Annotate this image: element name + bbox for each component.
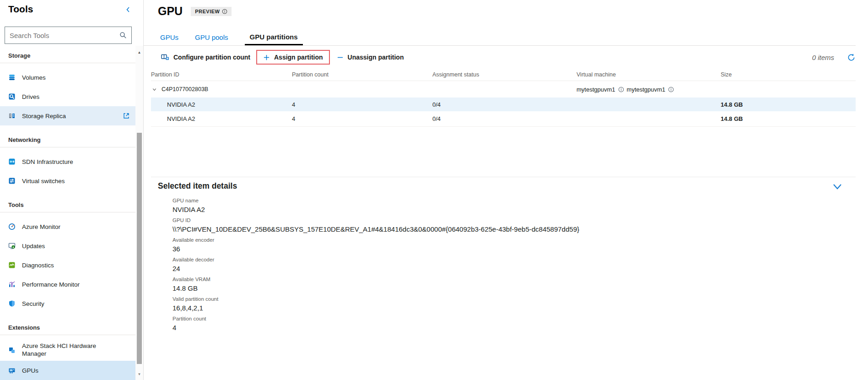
cell-partition-id: NVIDIA A2 (151, 101, 292, 108)
detail-field-available-decoder: Available decoder 24 (173, 257, 856, 272)
sidebar-title: Tools (8, 4, 33, 15)
info-icon[interactable] (618, 87, 624, 92)
sidebar-item-label: GPUs (22, 367, 38, 374)
sidebar-item-storage-replica[interactable]: Storage Replica (0, 106, 135, 125)
sidebar-scrollbar[interactable]: ▲ ▼ (135, 46, 143, 380)
vm-link[interactable]: mytestgpuvm1 (627, 86, 666, 93)
section-divider (0, 63, 135, 63)
detail-field-partition-count: Partition count 4 (173, 316, 856, 331)
detail-field-available-vram: Available VRAM 14.8 GB (173, 277, 856, 292)
detail-field-available-encoder: Available encoder 36 (173, 237, 856, 253)
sidebar-item-label: Virtual switches (22, 178, 65, 185)
scroll-up-arrow-icon[interactable]: ▲ (135, 50, 143, 54)
updates-icon (8, 242, 16, 250)
search-tools-box[interactable] (5, 27, 132, 44)
configure-partition-count-label: Configure partition count (173, 54, 250, 61)
field-label: Available encoder (173, 237, 856, 243)
preview-badge: PREVIEW (191, 7, 232, 16)
cell-size: 14.8 GB (721, 101, 856, 108)
preview-badge-label: PREVIEW (195, 9, 220, 14)
volumes-icon (8, 74, 16, 81)
scrollbar-thumb[interactable] (137, 133, 142, 364)
partition-toolbar: Configure partition count Assign partiti… (144, 46, 856, 69)
gpu-partitions-table: Partition ID Partition count Assignment … (151, 69, 856, 127)
collapse-details-chevron-down-icon[interactable] (833, 184, 842, 190)
info-icon[interactable] (668, 87, 674, 92)
external-link-icon[interactable] (123, 112, 130, 119)
section-label-storage: Storage (0, 46, 135, 63)
sidebar-item-azure-monitor[interactable]: Azure Monitor (0, 217, 135, 236)
assign-partition-button[interactable]: Assign partition (263, 54, 323, 61)
sidebar-item-label: Azure Stack HCI Hardware Manager (22, 342, 113, 358)
section-divider (0, 212, 135, 212)
sidebar-item-label: Drives (22, 93, 39, 100)
column-header-partition-count[interactable]: Partition count (292, 71, 432, 78)
sidebar-item-gpus[interactable]: GPUs (0, 361, 135, 380)
selected-item-details-panel: Selected item details GPU name NVIDIA A2… (158, 181, 856, 336)
table-group-row[interactable]: C4P1077002803B mytestgpuvm1 mytestgpuvm1 (151, 81, 856, 98)
virtual-switches-icon (8, 177, 16, 185)
sdn-infrastructure-icon (8, 158, 16, 165)
field-label: GPU ID (173, 217, 856, 223)
collapse-sidebar-button[interactable] (124, 6, 132, 13)
field-label: Partition count (173, 316, 856, 321)
sidebar-item-diagnostics[interactable]: Diagnostics (0, 255, 135, 275)
section-label-extensions: Extensions (0, 318, 135, 335)
field-label: GPU name (173, 198, 856, 203)
cell-assignment-status: 0/4 (432, 115, 577, 122)
unassign-partition-button[interactable]: Unassign partition (337, 54, 404, 61)
column-header-assignment-status[interactable]: Assignment status (432, 71, 577, 78)
ashci-hardware-manager-icon (8, 347, 16, 354)
sidebar-nav: Storage Volumes Drives Storage Replica (0, 46, 135, 380)
table-row[interactable]: NVIDIA A2 4 0/4 14.8 GB (151, 111, 856, 127)
detail-field-gpu-id: GPU ID \\?\PCI#VEN_10DE&DEV_25B6&SUBSYS_… (173, 217, 856, 233)
column-header-partition-id[interactable]: Partition ID (151, 71, 292, 78)
field-value: NVIDIA A2 (173, 206, 856, 213)
table-row[interactable]: NVIDIA A2 4 0/4 14.8 GB (151, 98, 856, 111)
table-header-row: Partition ID Partition count Assignment … (151, 69, 856, 81)
sidebar-item-label: Azure Monitor (22, 223, 60, 230)
chevron-down-icon[interactable] (152, 87, 157, 92)
minus-icon (337, 54, 344, 61)
unassign-partition-label: Unassign partition (348, 54, 404, 61)
column-header-size[interactable]: Size (721, 71, 856, 78)
page-title: GPU (158, 5, 183, 18)
scroll-down-arrow-icon[interactable]: ▼ (135, 372, 143, 376)
cell-assignment-status: 0/4 (432, 101, 577, 108)
section-divider (0, 147, 135, 147)
column-header-virtual-machine[interactable]: Virtual machine (577, 71, 721, 78)
tab-gpu-pools[interactable]: GPU pools (195, 33, 228, 46)
field-value: 4 (173, 324, 856, 331)
items-count: 0 items (812, 54, 834, 61)
sidebar-item-label: Performance Monitor (22, 281, 80, 288)
drives-icon (8, 93, 16, 100)
sidebar-item-security[interactable]: Security (0, 294, 135, 313)
sidebar-item-virtual-switches[interactable]: Virtual switches (0, 171, 135, 190)
sidebar-item-drives[interactable]: Drives (0, 87, 135, 106)
cell-partition-id: NVIDIA A2 (151, 115, 292, 122)
gpus-icon (8, 367, 16, 374)
section-label-tools: Tools (0, 195, 135, 212)
field-label: Available VRAM (173, 277, 856, 282)
field-label: Available decoder (173, 257, 856, 262)
sidebar-item-azure-stack-hci-hardware-manager[interactable]: Azure Stack HCI Hardware Manager (0, 340, 135, 361)
vm-link[interactable]: mytestgpuvm1 (577, 86, 615, 93)
diagnostics-icon (8, 261, 16, 269)
info-icon[interactable] (222, 9, 227, 14)
sidebar-item-sdn-infrastructure[interactable]: SDN Infrastructure (0, 152, 135, 171)
sidebar-item-performance-monitor[interactable]: Performance Monitor (0, 275, 135, 294)
refresh-icon[interactable] (847, 53, 856, 62)
storage-replica-icon (8, 112, 16, 119)
section-label-networking: Networking (0, 130, 135, 147)
tab-gpu-partitions[interactable]: GPU partitions (245, 33, 303, 46)
sidebar-item-volumes[interactable]: Volumes (0, 68, 135, 87)
section-divider (0, 335, 135, 335)
sidebar-item-label: Updates (22, 243, 45, 250)
cell-size: 14.8 GB (721, 115, 856, 122)
tab-gpus[interactable]: GPUs (160, 33, 178, 46)
sidebar-item-updates[interactable]: Updates (0, 236, 135, 255)
configure-partition-count-button[interactable]: Configure partition count (161, 54, 250, 61)
search-icon[interactable] (119, 32, 127, 39)
search-input[interactable] (10, 32, 119, 39)
detail-field-valid-partition-count: Valid partition count 16,8,4,2,1 (173, 296, 856, 312)
